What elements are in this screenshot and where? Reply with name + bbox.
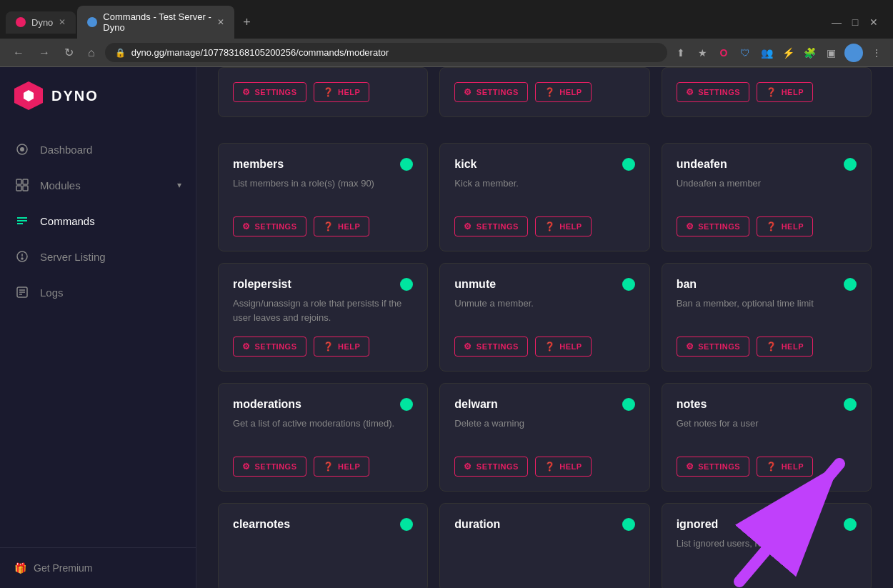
kick-status[interactable] [622, 158, 635, 171]
content-area: members List members in a role(s) (max 9… [196, 129, 893, 588]
undeafen-help-icon: ❓ [766, 221, 777, 231]
notes-title: notes [677, 398, 707, 411]
members-settings-button[interactable]: ⚙ SETTINGS [233, 216, 306, 236]
logs-label: Logs [40, 286, 64, 299]
moderations-status[interactable] [400, 398, 413, 411]
undeafen-status[interactable] [844, 158, 857, 171]
members-status[interactable] [400, 158, 413, 171]
tab-bar: Dyno ✕ Commands - Test Server - Dyno ✕ +… [0, 0, 893, 39]
menu-icon[interactable]: ⋮ [869, 45, 884, 61]
new-tab-button[interactable]: + [236, 12, 258, 33]
sidebar-item-dashboard[interactable]: Dashboard [0, 131, 196, 167]
opera-icon[interactable]: O [716, 45, 732, 61]
sidebar-item-modules[interactable]: Modules ▾ [0, 167, 196, 203]
sidebar-toggle-icon[interactable]: ▣ [823, 45, 839, 61]
delwarn-help-button[interactable]: ❓ HELP [535, 457, 592, 477]
server-listing-label: Server Listing [40, 251, 106, 263]
minimize-button[interactable]: — [832, 17, 842, 27]
members-help-button[interactable]: ❓ HELP [314, 216, 370, 236]
members-help-label: HELP [338, 222, 360, 231]
address-input[interactable]: dyno.gg/manage/107783168105200256/comman… [131, 47, 657, 58]
share-icon[interactable]: ⬆ [673, 45, 689, 61]
ban-settings-button[interactable]: ⚙ SETTINGS [677, 337, 750, 357]
partial1-help-button[interactable]: ❓ HELP [314, 82, 370, 102]
kick-help-button[interactable]: ❓ HELP [535, 216, 592, 236]
sidebar-item-server-listing[interactable]: Server Listing [0, 239, 196, 274]
home-button[interactable]: ⌂ [84, 44, 99, 62]
command-card-ignored: ignored List ignored users, roles, and [662, 503, 872, 588]
back-button[interactable]: ← [9, 44, 29, 62]
rolepersist-settings-icon: ⚙ [242, 342, 251, 352]
moderations-settings-button[interactable]: ⚙ SETTINGS [233, 457, 306, 477]
rolepersist-settings-button[interactable]: ⚙ SETTINGS [233, 337, 306, 357]
address-bar[interactable]: 🔒 dyno.gg/manage/107783168105200256/comm… [105, 43, 667, 62]
undeafen-settings-icon: ⚙ [686, 221, 694, 231]
tab-dyno[interactable]: Dyno ✕ [6, 11, 76, 34]
notes-help-button[interactable]: ❓ HELP [757, 457, 813, 477]
duration-title: duration [454, 518, 500, 531]
ban-settings-label: SETTINGS [698, 342, 740, 351]
help-icon-3: ❓ [766, 87, 777, 97]
unmute-status[interactable] [622, 278, 635, 291]
delwarn-help-icon: ❓ [544, 462, 556, 472]
logs-icon [14, 284, 30, 300]
svg-rect-4 [23, 179, 28, 184]
lock-icon: 🔒 [115, 48, 126, 58]
notes-card-header: notes [677, 398, 857, 411]
moderations-title: moderations [233, 398, 301, 411]
sidebar-item-commands[interactable]: Commands [0, 203, 196, 239]
profile-avatar[interactable] [844, 44, 863, 62]
tab-dyno-close[interactable]: ✕ [59, 17, 66, 27]
clearnotes-status[interactable] [400, 518, 413, 531]
delwarn-help-label: HELP [559, 462, 582, 471]
notes-settings-button[interactable]: ⚙ SETTINGS [677, 457, 750, 477]
refresh-button[interactable]: ↻ [60, 43, 78, 62]
moderations-help-button[interactable]: ❓ HELP [314, 457, 370, 477]
duration-card-header: duration [454, 518, 634, 531]
lightning-icon[interactable]: ⚡ [780, 45, 796, 61]
rolepersist-actions: ⚙ SETTINGS ❓ HELP [233, 337, 413, 357]
duration-status[interactable] [622, 518, 635, 531]
undeafen-settings-button[interactable]: ⚙ SETTINGS [677, 216, 750, 236]
star-icon[interactable]: ★ [694, 45, 710, 61]
command-card-undeafen: undeafen Undeafen a member ⚙ SETTINGS ❓ [662, 143, 872, 251]
maximize-button[interactable]: □ [850, 17, 860, 27]
main-content: ⚙ SETTINGS ❓ HELP ⚙ SETTINGS [196, 67, 893, 588]
forward-button[interactable]: → [34, 44, 54, 62]
rolepersist-settings-label: SETTINGS [255, 342, 297, 351]
partial2-help-button[interactable]: ❓ HELP [535, 82, 592, 102]
command-card-delwarn: delwarn Delete a warning ⚙ SETTINGS ❓ [439, 383, 649, 492]
rolepersist-status[interactable] [400, 278, 413, 291]
ban-help-button[interactable]: ❓ HELP [757, 337, 813, 357]
partial1-settings-button[interactable]: ⚙ SETTINGS [233, 82, 306, 102]
undeafen-help-button[interactable]: ❓ HELP [757, 216, 813, 236]
notes-status[interactable] [844, 398, 857, 411]
users-icon[interactable]: 👥 [759, 45, 774, 61]
close-button[interactable]: ✕ [869, 17, 879, 27]
sidebar-item-logs[interactable]: Logs [0, 274, 196, 310]
command-card-duration: duration [439, 503, 649, 588]
tab-commands[interactable]: Commands - Test Server - Dyno ✕ [77, 6, 234, 39]
delwarn-status[interactable] [622, 398, 635, 411]
notes-settings-icon: ⚙ [686, 462, 694, 472]
rolepersist-help-button[interactable]: ❓ HELP [314, 337, 370, 357]
partial3-help-button[interactable]: ❓ HELP [757, 82, 813, 102]
unmute-help-button[interactable]: ❓ HELP [535, 337, 592, 357]
unmute-settings-button[interactable]: ⚙ SETTINGS [454, 337, 528, 357]
puzzle-icon[interactable]: 🧩 [802, 45, 817, 61]
get-premium-button[interactable]: 🎁 Get Premium [14, 562, 181, 574]
bitwarden-icon[interactable]: 🛡 [737, 45, 753, 61]
sidebar-bottom: 🎁 Get Premium [0, 547, 196, 588]
partial-card-1: ⚙ SETTINGS ❓ HELP [218, 67, 428, 117]
tab-commands-close[interactable]: ✕ [217, 17, 224, 27]
command-card-rolepersist: rolepersist Assign/unassign a role that … [218, 263, 428, 372]
rolepersist-help-label: HELP [338, 342, 360, 351]
partial3-settings-button[interactable]: ⚙ SETTINGS [677, 82, 750, 102]
delwarn-settings-button[interactable]: ⚙ SETTINGS [454, 457, 528, 477]
sidebar: DYNO Dashboard [0, 67, 196, 588]
ban-status[interactable] [844, 278, 857, 291]
partial2-settings-button[interactable]: ⚙ SETTINGS [454, 82, 528, 102]
undeafen-actions: ⚙ SETTINGS ❓ HELP [677, 216, 857, 236]
kick-settings-button[interactable]: ⚙ SETTINGS [454, 216, 528, 236]
ignored-status[interactable] [844, 518, 857, 531]
